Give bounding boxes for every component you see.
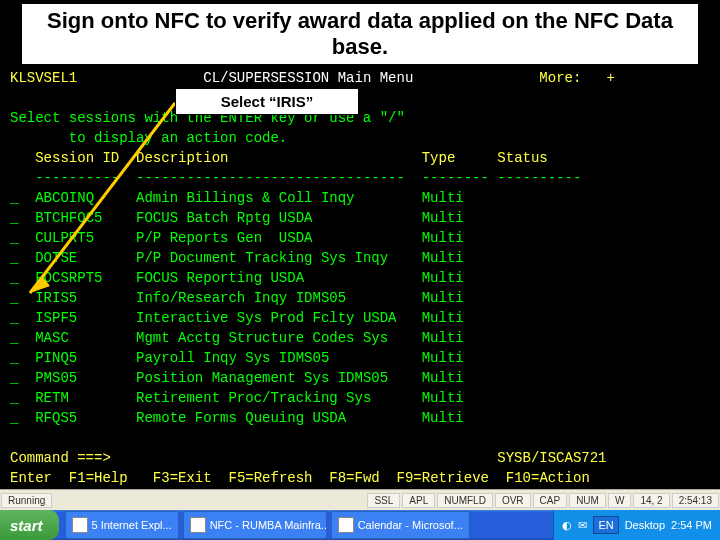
taskbar-item-label: Calendar - Microsof... [358, 519, 463, 531]
session-id: ISPF5 [35, 310, 136, 326]
tray-icon[interactable]: ✉ [578, 519, 587, 532]
session-desc: Retirement Proc/Tracking Sys [136, 390, 422, 406]
session-row[interactable]: _ PMS05 Position Management Sys IDMS05 M… [10, 368, 710, 388]
session-type: Multi [422, 310, 464, 326]
session-desc: Position Management Sys IDMS05 [136, 370, 422, 386]
session-type: Multi [422, 330, 464, 346]
session-type: Multi [422, 210, 464, 226]
screen-title: CL/SUPERSESSION Main Menu [203, 70, 413, 86]
session-desc: Payroll Inqy Sys IDMS05 [136, 350, 422, 366]
session-desc: FOCUS Reporting USDA [136, 270, 422, 286]
app-icon [190, 517, 206, 533]
session-type: Multi [422, 390, 464, 406]
session-id: ABCOINQ [35, 190, 136, 206]
callout-select-iris: Select “IRIS” [175, 88, 359, 115]
terminal-screen: KLSVSEL1 CL/SUPERSESSION Main Menu More:… [0, 62, 720, 510]
session-row[interactable]: _ RETM Retirement Proc/Tracking Sys Mult… [10, 388, 710, 408]
desktop-button[interactable]: Desktop [625, 519, 665, 531]
column-rules: ---------- -----------------------------… [10, 168, 710, 188]
status-running: Running [1, 493, 52, 508]
status-cell: NUMFLD [437, 493, 493, 508]
session-type: Multi [422, 350, 464, 366]
session-id: FOCSRPT5 [35, 270, 136, 286]
session-id: RETM [35, 390, 136, 406]
session-id: MASC [35, 330, 136, 346]
instruction-line-1: Select sessions with the ENTER key or us… [10, 108, 710, 128]
instruction-line-2: to display an action code. [10, 128, 710, 148]
session-row[interactable]: _ PINQ5 Payroll Inqy Sys IDMS05 Multi [10, 348, 710, 368]
instruction-banner: Sign onto NFC to verify award data appli… [20, 2, 700, 66]
language-indicator[interactable]: EN [593, 516, 618, 534]
session-row[interactable]: _ MASC Mgmt Acctg Structure Codes Sys Mu… [10, 328, 710, 348]
taskbar-item-label: 5 Internet Expl... [92, 519, 172, 531]
session-row[interactable]: _ CULPRT5 P/P Reports Gen USDA Multi [10, 228, 710, 248]
taskbar-item[interactable]: Calendar - Microsof... [331, 511, 470, 539]
session-type: Multi [422, 270, 464, 286]
session-desc: Remote Forms Queuing USDA [136, 410, 422, 426]
status-cell: APL [402, 493, 435, 508]
session-desc: FOCUS Batch Rptg USDA [136, 210, 422, 226]
windows-taskbar[interactable]: start 5 Internet Expl...NFC - RUMBA Main… [0, 510, 720, 540]
session-desc: Admin Billings & Coll Inqy [136, 190, 422, 206]
taskbar-item[interactable]: NFC - RUMBA Mainfra... [183, 511, 327, 539]
session-id: BTCHFOC5 [35, 210, 136, 226]
status-cell: 2:54:13 [672, 493, 719, 508]
sysid: SYSB/ISCAS721 [497, 450, 606, 466]
app-icon [338, 517, 354, 533]
emulator-status-bar: Running SSLAPLNUMFLDOVRCAPNUMW14, 22:54:… [0, 489, 720, 510]
status-cell: 14, 2 [633, 493, 669, 508]
command-prompt[interactable]: Command ===> [10, 450, 111, 466]
status-cell: SSL [367, 493, 400, 508]
status-cell: CAP [533, 493, 568, 508]
session-desc: Mgmt Acctg Structure Codes Sys [136, 330, 422, 346]
session-id: PMS05 [35, 370, 136, 386]
screen-id: KLSVSEL1 [10, 70, 77, 86]
session-desc: Interactive Sys Prod Fclty USDA [136, 310, 422, 326]
session-id: DOTSE [35, 250, 136, 266]
session-id: PINQ5 [35, 350, 136, 366]
status-cell: OVR [495, 493, 531, 508]
more-indicator: More: + [539, 70, 615, 86]
tray-icon[interactable]: ◐ [562, 519, 572, 532]
status-cell: NUM [569, 493, 606, 508]
session-row[interactable]: _ IRIS5 Info/Research Inqy IDMS05 Multi [10, 288, 710, 308]
session-row[interactable]: _ BTCHFOC5 FOCUS Batch Rptg USDA Multi [10, 208, 710, 228]
session-type: Multi [422, 370, 464, 386]
session-type: Multi [422, 250, 464, 266]
session-row[interactable]: _ ABCOINQ Admin Billings & Coll Inqy Mul… [10, 188, 710, 208]
taskbar-clock[interactable]: 2:54 PM [671, 519, 712, 531]
start-button[interactable]: start [0, 510, 59, 540]
session-row[interactable]: _ DOTSE P/P Document Tracking Sys Inqy M… [10, 248, 710, 268]
status-cell: W [608, 493, 631, 508]
session-desc: P/P Reports Gen USDA [136, 230, 422, 246]
session-id: IRIS5 [35, 290, 136, 306]
session-id: RFQS5 [35, 410, 136, 426]
taskbar-item-label: NFC - RUMBA Mainfra... [210, 519, 327, 531]
system-tray[interactable]: ◐ ✉ EN Desktop 2:54 PM [553, 510, 720, 540]
session-desc: P/P Document Tracking Sys Inqy [136, 250, 422, 266]
column-headers: Session ID Description Type Status [10, 148, 710, 168]
session-desc: Info/Research Inqy IDMS05 [136, 290, 422, 306]
app-icon [72, 517, 88, 533]
session-id: CULPRT5 [35, 230, 136, 246]
session-type: Multi [422, 290, 464, 306]
session-row[interactable]: _ ISPF5 Interactive Sys Prod Fclty USDA … [10, 308, 710, 328]
session-row[interactable]: _ RFQS5 Remote Forms Queuing USDA Multi [10, 408, 710, 428]
session-type: Multi [422, 230, 464, 246]
session-type: Multi [422, 190, 464, 206]
taskbar-item[interactable]: 5 Internet Expl... [65, 511, 179, 539]
session-row[interactable]: _ FOCSRPT5 FOCUS Reporting USDA Multi [10, 268, 710, 288]
fkey-bar: Enter F1=Help F3=Exit F5=Refresh F8=Fwd … [10, 468, 710, 488]
session-type: Multi [422, 410, 464, 426]
